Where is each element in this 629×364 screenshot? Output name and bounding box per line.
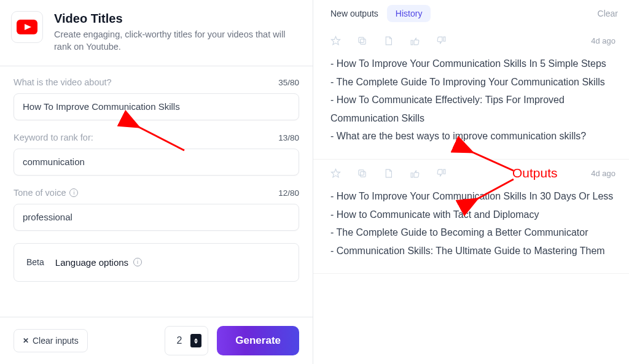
- left-scroll[interactable]: Video Titles Create engaging, click-wort…: [0, 0, 313, 317]
- input-keyword[interactable]: [14, 149, 299, 176]
- output-timestamp: 4d ago: [591, 169, 615, 178]
- svg-rect-7: [359, 170, 364, 176]
- document-icon[interactable]: [383, 168, 394, 179]
- label-keyword: Keyword to rank for:: [14, 133, 93, 142]
- clear-outputs-link[interactable]: Clear: [598, 9, 618, 18]
- generate-button[interactable]: Generate: [217, 326, 299, 355]
- language-options-box[interactable]: Beta Language options i: [14, 243, 299, 282]
- count-keyword: 13/80: [278, 133, 299, 142]
- thumbs-down-icon[interactable]: [436, 36, 447, 46]
- output-line: - What are the best ways to improve comm…: [330, 127, 615, 145]
- quantity-stepper[interactable]: 2: [165, 326, 208, 355]
- close-icon: ✕: [23, 336, 29, 345]
- input-video-about[interactable]: [14, 93, 299, 120]
- language-options-label: Language options: [55, 257, 128, 268]
- chevron-down-icon[interactable]: [194, 341, 198, 344]
- output-line: - The Complete Guide To Improving Your C…: [330, 73, 615, 91]
- count-tone: 12/80: [278, 188, 299, 198]
- svg-marker-2: [331, 36, 340, 44]
- label-video-about: What is the video about?: [14, 77, 112, 87]
- template-header: Video Titles Create engaging, click-wort…: [0, 0, 313, 66]
- copy-icon[interactable]: [357, 36, 367, 46]
- output-timestamp: 4d ago: [591, 36, 615, 45]
- output-line: - Communication Skills: The Ultimate Gui…: [330, 242, 615, 260]
- output-lines: - How To Improve Your Communication Skil…: [330, 55, 615, 145]
- svg-rect-4: [359, 37, 364, 43]
- chevron-up-icon[interactable]: [194, 338, 198, 341]
- count-video-about: 35/80: [278, 78, 299, 87]
- thumbs-up-icon[interactable]: [410, 168, 420, 179]
- svg-rect-6: [361, 172, 366, 177]
- app-logo-box: [11, 11, 43, 43]
- input-tone[interactable]: [14, 204, 299, 231]
- output-line: - How To Improve Your Communication Skil…: [330, 187, 615, 206]
- info-icon[interactable]: i: [69, 188, 78, 197]
- output-lines: - How To Improve Your Communication Skil…: [330, 187, 615, 260]
- star-icon[interactable]: [330, 36, 341, 46]
- youtube-icon: [17, 20, 37, 34]
- svg-marker-5: [331, 169, 340, 177]
- clear-inputs-button[interactable]: ✕ Clear inputs: [14, 329, 88, 352]
- stepper-buttons[interactable]: [190, 334, 201, 347]
- left-pane: Video Titles Create engaging, click-wort…: [0, 0, 313, 364]
- quantity-value: 2: [176, 335, 182, 346]
- form-area: What is the video about? 35/80 Keyword t…: [0, 66, 313, 288]
- document-icon[interactable]: [383, 36, 394, 46]
- thumbs-down-icon[interactable]: [436, 168, 447, 179]
- tab-new-outputs[interactable]: New outputs: [330, 9, 378, 18]
- output-line: - How to Communicate with Tact and Diplo…: [330, 206, 615, 224]
- field-tone: Tone of voice i 12/80: [14, 188, 299, 231]
- outputs-header: New outputs History Clear: [313, 0, 629, 27]
- right-pane: New outputs History Clear 4d ago - How T…: [313, 0, 629, 364]
- thumbs-up-icon[interactable]: [410, 36, 420, 46]
- beta-badge: Beta: [26, 257, 44, 267]
- page-subtitle: Create engaging, click-worthy titles for…: [54, 28, 299, 53]
- page-title: Video Titles: [54, 11, 299, 26]
- field-keyword: Keyword to rank for: 13/80: [14, 133, 299, 176]
- output-line: - The Complete Guide to Becoming a Bette…: [330, 223, 615, 242]
- output-line: - How To Improve Your Communication Skil…: [330, 55, 615, 73]
- clear-inputs-label: Clear inputs: [33, 336, 79, 346]
- annotation-outputs-label: Outputs: [512, 166, 558, 180]
- output-line: - How To Communicate Effectively: Tips F…: [330, 91, 615, 127]
- svg-rect-3: [361, 39, 366, 44]
- output-card: 4d ago - How To Improve Your Communicati…: [313, 27, 629, 160]
- field-video-about: What is the video about? 35/80: [14, 77, 299, 120]
- footer-bar: ✕ Clear inputs 2 Generate: [0, 317, 313, 364]
- output-card: 4d ago - How To Improve Your Communicati…: [313, 160, 629, 274]
- label-tone: Tone of voice i: [14, 188, 78, 198]
- star-icon[interactable]: [330, 168, 341, 179]
- copy-icon[interactable]: [357, 168, 367, 179]
- label-tone-text: Tone of voice: [14, 188, 66, 198]
- tab-history[interactable]: History: [387, 5, 431, 22]
- info-icon[interactable]: i: [133, 258, 142, 266]
